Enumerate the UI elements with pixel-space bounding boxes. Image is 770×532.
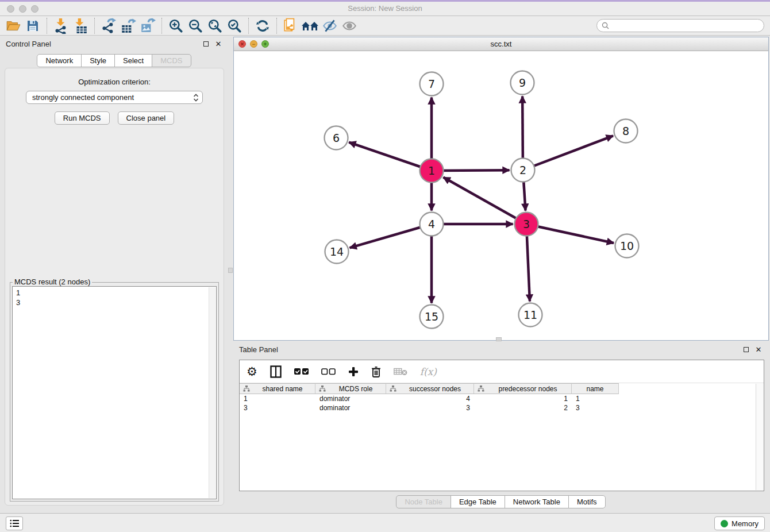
export-network-button[interactable] [99,17,118,34]
tab-network[interactable]: Network [37,54,82,67]
first-neighbors-button[interactable] [301,17,320,34]
table-panel-float-button[interactable] [741,345,750,354]
zoom-out-button[interactable] [186,17,205,34]
hide-selected-button[interactable] [320,17,340,34]
mcds-buttons-row: Run MCDS Close panel [5,111,224,125]
new-network-from-selection-button[interactable] [281,17,301,34]
node-4[interactable]: 4 [420,213,444,236]
toggle-panel-button[interactable] [270,365,282,378]
zoom-fit-button[interactable] [205,17,225,34]
mcds-result-scrollbar[interactable] [209,287,215,498]
zoom-out-icon [188,18,203,33]
table-settings-button[interactable]: ⚙ [247,365,257,377]
export-table-button[interactable] [118,17,138,34]
horizontal-splitter-handle[interactable] [496,337,502,341]
close-panel-button[interactable]: Close panel [118,111,175,125]
node-9[interactable]: 9 [511,71,534,95]
network-canvas[interactable]: 7968124314101511 [234,51,768,340]
memory-button[interactable]: Memory [714,516,765,530]
table-row[interactable]: 3dominator323 [240,403,764,413]
function-builder-button[interactable]: f(x) [420,366,437,377]
close-icon: ✕ [215,40,222,48]
optimization-criterion-select[interactable]: strongly connected component [26,91,203,104]
mcds-result-box[interactable]: 13 [12,286,217,499]
table-row[interactable]: 1dominator411 [240,394,764,403]
table-panel: Table Panel ✕ ⚙ [233,342,769,511]
deselect-all-button[interactable] [321,368,336,375]
node-3[interactable]: 3 [515,213,538,236]
column-tree-icon [478,385,484,392]
table-panel-close-button[interactable]: ✕ [754,345,763,354]
column-header-mcds-role[interactable]: MCDS role [315,383,386,394]
save-session-button[interactable] [23,17,43,34]
node-8[interactable]: 8 [614,119,638,143]
network-close-button[interactable]: ✕ [238,40,246,48]
tab-mcds[interactable]: MCDS [152,54,191,67]
select-all-button[interactable] [294,368,309,375]
plus-icon [348,367,359,377]
column-label: predecessor nodes [488,385,568,393]
show-all-button[interactable] [340,17,359,34]
zoom-in-icon [168,18,183,33]
tab-network-table[interactable]: Network Table [505,495,569,508]
tab-style[interactable]: Style [81,54,115,67]
import-network-button[interactable] [51,17,71,34]
node-10[interactable]: 10 [615,234,639,258]
column-header-name[interactable]: name [572,383,619,394]
table-cell: dominator [315,403,386,413]
tab-edge-table[interactable]: Edge Table [451,495,505,508]
search-input[interactable] [612,22,759,30]
network-graph[interactable]: 7968124314101511 [234,51,768,340]
table-body: 1dominator4113dominator323 [240,394,764,413]
search-box[interactable] [596,19,764,32]
column-header-successor-nodes[interactable]: successor nodes [386,383,474,394]
tab-select[interactable]: Select [114,54,152,67]
table-cell: 2 [474,403,572,413]
import-table-button[interactable] [71,17,90,34]
mcds-result-lines: 13 [13,287,216,309]
node-1[interactable]: 1 [420,159,444,183]
node-7[interactable]: 7 [420,72,444,96]
open-session-button[interactable] [3,17,23,34]
add-column-button[interactable] [348,367,359,377]
control-panel-float-button[interactable] [201,39,210,48]
tab-motifs[interactable]: Motifs [568,495,606,508]
table-scrollbar[interactable] [756,384,763,490]
tab-node-table[interactable]: Node Table [396,495,451,508]
zoom-in-button[interactable] [166,17,186,34]
delete-column-button[interactable] [371,366,381,377]
table-cell: 1 [572,394,619,403]
column-label: MCDS role [329,385,382,393]
node-14[interactable]: 14 [325,240,349,264]
run-mcds-button[interactable]: Run MCDS [55,111,110,125]
save-icon [26,19,40,33]
edge-3-10[interactable] [526,224,614,243]
edge-4-14[interactable] [350,224,432,248]
table-panel-title: Table Panel [239,345,738,354]
search-icon [602,22,609,29]
vertical-splitter-handle[interactable] [228,268,233,273]
control-panel-close-button[interactable]: ✕ [214,39,223,48]
network-minimize-button[interactable]: − [250,40,257,48]
checked-boxes-icon [294,368,309,375]
edge-1-6[interactable] [349,142,432,171]
zoom-selected-button[interactable] [225,17,244,34]
control-panel: Control Panel ✕ NetworkStyleSelectMCDS O… [1,37,228,508]
refresh-button[interactable] [253,17,272,34]
toolbar-separator [161,18,162,34]
column-header-predecessor-nodes[interactable]: predecessor nodes [474,383,572,394]
edge-2-8[interactable] [523,136,613,170]
node-label: 7 [428,78,435,90]
table-cell: 1 [474,394,572,403]
float-icon [203,41,209,47]
node-15[interactable]: 15 [420,305,444,329]
node-6[interactable]: 6 [325,126,348,150]
edge-3-1[interactable] [443,178,526,224]
network-maximize-button[interactable]: + [261,40,269,48]
column-header-shared-name[interactable]: shared name [240,383,315,394]
delete-table-button[interactable] [394,368,407,376]
export-image-button[interactable] [138,17,157,34]
node-11[interactable]: 11 [519,303,542,327]
node-2[interactable]: 2 [511,159,535,182]
task-history-button[interactable] [6,516,23,530]
